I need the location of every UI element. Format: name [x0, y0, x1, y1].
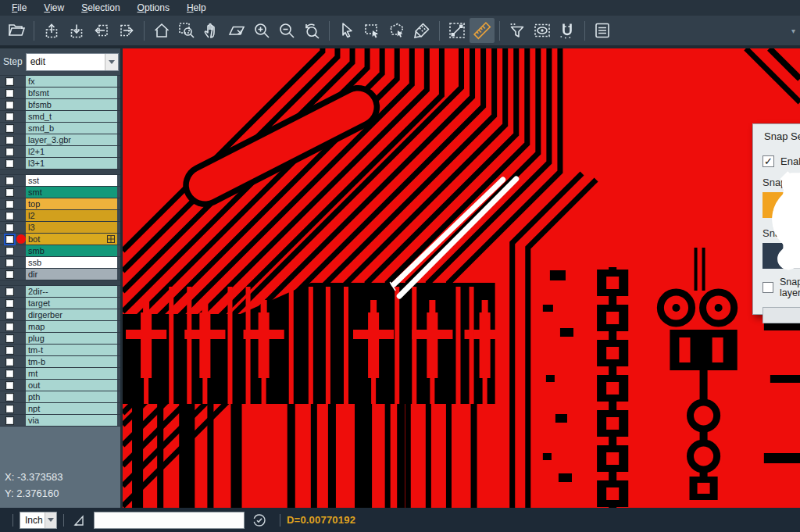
unit-combobox[interactable]: Inch	[20, 512, 57, 529]
menu-item-view[interactable]: View	[35, 0, 73, 16]
layer-visibility-checkbox[interactable]	[5, 235, 14, 244]
layer-visibility-checkbox[interactable]	[5, 287, 14, 296]
layer-row-top[interactable]: top	[0, 198, 120, 210]
layer-row-npt[interactable]: npt	[0, 403, 120, 415]
layer-visibility-checkbox[interactable]	[5, 136, 14, 145]
layer-label[interactable]: ssb	[26, 257, 117, 268]
layer-label[interactable]: l2	[26, 210, 117, 221]
menu-item-file[interactable]: File	[3, 0, 35, 16]
layer-row-smd_b[interactable]: smd_b	[0, 123, 120, 134]
layer-visibility-checkbox[interactable]	[5, 112, 14, 121]
command-input[interactable]	[94, 512, 245, 529]
unit-dropdown-button[interactable]	[45, 512, 56, 528]
shift-up-button[interactable]	[39, 18, 64, 43]
layer-row-tm-t[interactable]: tm-t	[0, 345, 120, 356]
layer-row-layer_3.gbr[interactable]: layer_3.gbr	[0, 134, 120, 146]
layer-label[interactable]: out	[26, 380, 117, 391]
layer-row-bot[interactable]: bot	[0, 234, 120, 245]
layer-label[interactable]: smd_b	[26, 123, 117, 134]
layer-visibility-checkbox[interactable]	[5, 177, 14, 185]
layer-visibility-checkbox[interactable]	[5, 148, 14, 156]
layer-visibility-checkbox[interactable]	[5, 259, 14, 267]
layer-visibility-checkbox[interactable]	[5, 346, 14, 355]
layer-visibility-checkbox[interactable]	[5, 212, 14, 220]
view-pan-button[interactable]	[224, 18, 249, 43]
layer-label[interactable]: dir	[26, 269, 117, 280]
layer-row-dirgerber[interactable]: dirgerber	[0, 309, 120, 321]
layer-visibility-checkbox[interactable]	[5, 393, 14, 402]
layer-label[interactable]: smb	[26, 245, 117, 256]
layer-visibility-checkbox[interactable]	[5, 223, 14, 232]
cleanup-brush-button[interactable]	[409, 18, 434, 43]
layer-row-dir[interactable]: dir	[0, 269, 120, 280]
layer-row-plug[interactable]: plug	[0, 333, 120, 345]
layer-visibility-checkbox[interactable]	[5, 405, 14, 413]
layer-label[interactable]: tm-t	[26, 345, 117, 355]
pan-hand-button[interactable]	[199, 18, 224, 43]
layer-visibility-checkbox[interactable]	[5, 124, 14, 133]
layer-label[interactable]: mt	[26, 368, 117, 379]
pcb-canvas[interactable]: Snap Settings x ✓ Enable Snapping Snap F…	[123, 48, 800, 508]
layer-row-l2+1[interactable]: l2+1	[0, 146, 120, 158]
layer-row-out[interactable]: out	[0, 380, 120, 391]
select-polygon-button[interactable]	[384, 18, 409, 43]
layer-visibility-checkbox[interactable]	[5, 311, 14, 320]
layer-label[interactable]: tm-b	[26, 356, 117, 367]
toggle-visibility-button[interactable]	[530, 18, 555, 43]
zoom-previous-button[interactable]	[299, 18, 324, 43]
layer-row-map[interactable]: map	[0, 321, 120, 333]
layer-label[interactable]: 2dir--	[26, 286, 117, 297]
apply-check-icon[interactable]	[252, 512, 267, 528]
layer-label[interactable]: top	[26, 198, 117, 209]
measure-ruler-button[interactable]	[470, 18, 495, 43]
layer-row-ssb[interactable]: ssb	[0, 257, 120, 269]
menu-item-selection[interactable]: Selection	[73, 0, 128, 16]
report-list-button[interactable]	[590, 18, 615, 43]
layer-label[interactable]: bfsmt	[26, 87, 117, 98]
layer-row-tm-b[interactable]: tm-b	[0, 356, 120, 368]
shift-down-button[interactable]	[64, 18, 89, 43]
layer-label[interactable]: sst	[26, 175, 117, 186]
open-folder-button[interactable]	[4, 18, 29, 43]
layer-label[interactable]: smt	[26, 187, 117, 198]
layer-visibility-checkbox[interactable]	[5, 299, 14, 308]
layer-row-bfsmb[interactable]: bfsmb	[0, 99, 120, 111]
layer-label[interactable]: via	[26, 415, 117, 426]
layer-visibility-checkbox[interactable]	[5, 358, 14, 366]
layer-row-fx[interactable]: fx	[0, 76, 120, 87]
layer-row-sst[interactable]: sst	[0, 175, 120, 187]
layer-visibility-checkbox[interactable]	[5, 200, 14, 209]
filter-funnel-button[interactable]	[505, 18, 530, 43]
layer-visibility-checkbox[interactable]	[5, 159, 14, 168]
layer-visibility-checkbox[interactable]	[5, 334, 14, 343]
layer-row-l3+1[interactable]: l3+1	[0, 158, 120, 170]
layer-visibility-checkbox[interactable]	[5, 188, 14, 197]
layer-row-smb[interactable]: smb	[0, 245, 120, 257]
layer-visibility-checkbox[interactable]	[5, 89, 14, 98]
layer-label[interactable]: target	[26, 298, 117, 309]
layer-row-smd_t[interactable]: smd_t	[0, 111, 120, 123]
layer-row-pth[interactable]: pth	[0, 391, 120, 403]
layer-visibility-checkbox[interactable]	[5, 416, 14, 425]
snap-magnet-button[interactable]	[555, 18, 580, 43]
home-view-button[interactable]	[149, 18, 174, 43]
zoom-out-button[interactable]	[274, 18, 299, 43]
layer-row-l2[interactable]: l2	[0, 210, 120, 222]
layer-row-via[interactable]: via	[0, 415, 120, 427]
step-combobox[interactable]: edit	[26, 53, 119, 71]
layer-visibility-checkbox[interactable]	[5, 101, 14, 109]
grid-icon[interactable]	[107, 235, 115, 243]
menu-item-options[interactable]: Options	[129, 0, 178, 16]
layer-visibility-checkbox[interactable]	[5, 370, 14, 378]
layer-row-l3[interactable]: l3	[0, 222, 120, 234]
shift-right-button[interactable]	[114, 18, 139, 43]
select-rectangle-button[interactable]	[359, 18, 384, 43]
layer-label[interactable]: l3+1	[26, 158, 117, 169]
layer-label[interactable]: l3	[26, 222, 117, 233]
layer-label[interactable]: fx	[26, 76, 117, 87]
layer-label[interactable]: dirgerber	[26, 309, 117, 320]
layer-row-bfsmt[interactable]: bfsmt	[0, 87, 120, 99]
measure-line-button[interactable]	[445, 18, 470, 43]
angle-corner-icon[interactable]	[72, 512, 88, 528]
layer-label[interactable]: plug	[26, 333, 117, 344]
